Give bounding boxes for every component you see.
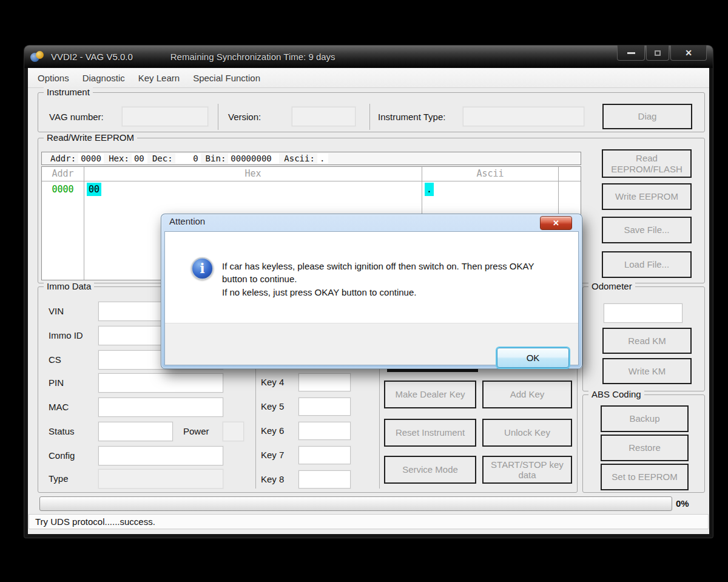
- vag-number-field[interactable]: [122, 107, 208, 126]
- status-text: Try UDS protocol......success.: [35, 516, 155, 527]
- pin-field[interactable]: [98, 373, 223, 393]
- partially-hidden-button[interactable]: [387, 369, 478, 372]
- read-km-button[interactable]: Read KM: [602, 328, 692, 354]
- selected-hex-byte[interactable]: 00: [87, 183, 101, 196]
- hex-value: 00: [132, 154, 147, 163]
- save-file-button[interactable]: Save File...: [602, 217, 692, 243]
- ascii-label: Ascii:: [284, 154, 315, 163]
- write-eeprom-button[interactable]: Write EEPROM: [602, 183, 692, 210]
- instrument-type-label: Instrument Type:: [378, 112, 445, 122]
- divider: [218, 104, 218, 130]
- info-icon: i: [191, 257, 214, 280]
- read-eeprom-flash-button[interactable]: Read EEPROM/FLASH: [602, 149, 692, 178]
- column-header-ascii: Ascii: [422, 167, 559, 181]
- key6-field[interactable]: [298, 422, 351, 440]
- sync-time-text: Remaining Synchronization Time: 9 days: [170, 52, 335, 62]
- key8-field[interactable]: [298, 470, 351, 489]
- menu-options[interactable]: Options: [28, 73, 76, 83]
- hex-label: Hex:: [109, 154, 129, 163]
- dialog-message: If car has keyless, please switch igniti…: [222, 260, 557, 299]
- instrument-legend: Instrument: [44, 87, 93, 97]
- type-field[interactable]: [98, 469, 223, 489]
- row-hex-cell[interactable]: 00: [84, 181, 422, 197]
- close-icon: ✕: [685, 48, 692, 58]
- vin-label: VIN: [49, 306, 64, 316]
- abs-coding-legend: ABS Coding: [588, 389, 644, 399]
- odometer-legend: Odometer: [588, 281, 635, 291]
- power-label: Power: [183, 426, 209, 436]
- version-field[interactable]: [292, 107, 356, 126]
- progress-bar: [39, 496, 672, 511]
- status-field[interactable]: [98, 422, 173, 441]
- unlock-key-button[interactable]: Unlock Key: [482, 419, 572, 447]
- dialog-message-line1: If car has keyless, please switch igniti…: [222, 260, 557, 285]
- mac-field[interactable]: [98, 398, 223, 417]
- close-button[interactable]: ✕: [670, 46, 707, 61]
- key8-label: Key 8: [261, 474, 284, 484]
- key7-field[interactable]: [298, 446, 351, 464]
- row-ascii-cell[interactable]: .: [422, 181, 559, 197]
- addr-label: Addr:: [50, 154, 76, 163]
- cs-label: CS: [49, 354, 61, 365]
- dialog-close-button[interactable]: ✕: [540, 216, 572, 230]
- add-key-button[interactable]: Add Key: [482, 381, 572, 408]
- dec-value: 0: [175, 154, 201, 163]
- close-icon: ✕: [553, 218, 559, 228]
- column-header-hex: Hex: [84, 167, 422, 181]
- backup-button[interactable]: Backup: [601, 405, 689, 432]
- minimize-button[interactable]: [617, 46, 645, 61]
- row-addr-cell: 0000: [42, 181, 84, 197]
- reset-instrument-button[interactable]: Reset Instrument: [384, 419, 476, 447]
- set-to-eeprom-button[interactable]: Set to EEPROM: [601, 464, 689, 490]
- instrument-group: Instrument VAG number: Version: Instrume…: [38, 92, 705, 132]
- status-label: Status: [49, 426, 75, 436]
- power-indicator: [223, 422, 244, 441]
- diag-button[interactable]: Diag: [602, 104, 692, 129]
- config-field[interactable]: [98, 446, 223, 465]
- mac-label: MAC: [49, 402, 69, 412]
- maximize-button[interactable]: [646, 46, 669, 61]
- menu-key-learn[interactable]: Key Learn: [132, 73, 186, 83]
- config-label: Config: [49, 450, 75, 461]
- pin-label: PIN: [49, 377, 64, 388]
- make-dealer-key-button[interactable]: Make Dealer Key: [384, 381, 476, 408]
- odometer-field[interactable]: [604, 303, 682, 323]
- menu-special-function[interactable]: Special Function: [186, 73, 267, 83]
- key5-field[interactable]: [298, 398, 351, 416]
- bin-label: Bin:: [206, 154, 226, 163]
- type-label: Type: [49, 473, 69, 484]
- divider: [369, 104, 370, 130]
- menu-bar: Options Diagnostic Key Learn Special Fun…: [28, 68, 709, 88]
- version-label: Version:: [228, 112, 261, 122]
- window-title: VVDI2 - VAG V5.0.0: [51, 52, 133, 62]
- immo-data-legend: Immo Data: [44, 281, 94, 291]
- minimize-icon: [627, 52, 635, 54]
- start-stop-key-data-button[interactable]: START/STOP key data: [482, 456, 572, 484]
- key7-label: Key 7: [261, 450, 284, 460]
- column-header-blank: [559, 167, 581, 181]
- instrument-type-field[interactable]: [463, 107, 584, 126]
- immo-id-label: Immo ID: [49, 330, 83, 340]
- key6-label: Key 6: [261, 425, 284, 436]
- ok-button[interactable]: OK: [497, 348, 569, 368]
- service-mode-button[interactable]: Service Mode: [384, 456, 476, 484]
- filler-cell: [42, 197, 84, 280]
- maximize-icon: [655, 50, 661, 56]
- write-km-button[interactable]: Write KM: [602, 358, 692, 384]
- vag-number-label: VAG number:: [49, 112, 104, 122]
- dec-label: Dec:: [152, 154, 173, 163]
- title-bar: VVDI2 - VAG V5.0.0 Remaining Synchroniza…: [24, 46, 713, 68]
- app-logo-icon: [30, 51, 45, 63]
- eeprom-legend: Read/Write EEPROM: [44, 132, 137, 143]
- key5-label: Key 5: [261, 401, 284, 411]
- dialog-title: Attention: [169, 216, 205, 226]
- key4-field[interactable]: [298, 373, 351, 391]
- window-controls: ✕: [616, 46, 707, 61]
- restore-button[interactable]: Restore: [601, 435, 689, 461]
- row-blank-cell: [559, 181, 581, 197]
- status-bar: Try UDS protocol......success.: [29, 514, 709, 529]
- selected-ascii-char[interactable]: .: [425, 183, 434, 196]
- menu-diagnostic[interactable]: Diagnostic: [76, 73, 132, 83]
- addr-value: 0000: [78, 154, 104, 163]
- load-file-button[interactable]: Load File...: [602, 251, 692, 278]
